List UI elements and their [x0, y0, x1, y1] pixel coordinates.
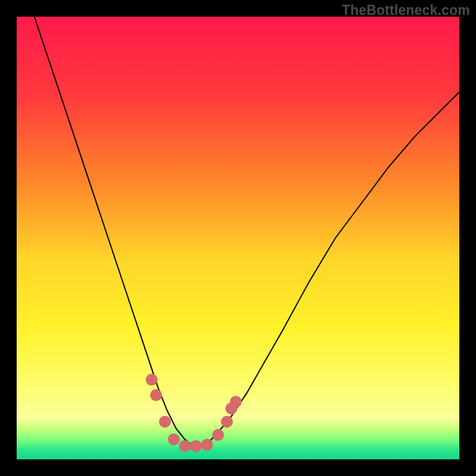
curve-marker [230, 396, 242, 408]
curve-marker [221, 416, 233, 428]
curve-marker [212, 429, 224, 441]
curve-marker [146, 374, 158, 386]
curve-marker [168, 434, 180, 446]
watermark-text: TheBottleneck.com [342, 2, 470, 18]
curve-marker [190, 440, 202, 452]
curve-marker [201, 439, 213, 450]
chart-svg [17, 17, 459, 459]
curve-marker [159, 416, 171, 428]
curve-marker [179, 440, 191, 452]
curve-marker [150, 389, 162, 401]
outer-frame: TheBottleneck.com [0, 0, 476, 476]
plot-area [17, 17, 459, 459]
chart-background [17, 17, 459, 459]
